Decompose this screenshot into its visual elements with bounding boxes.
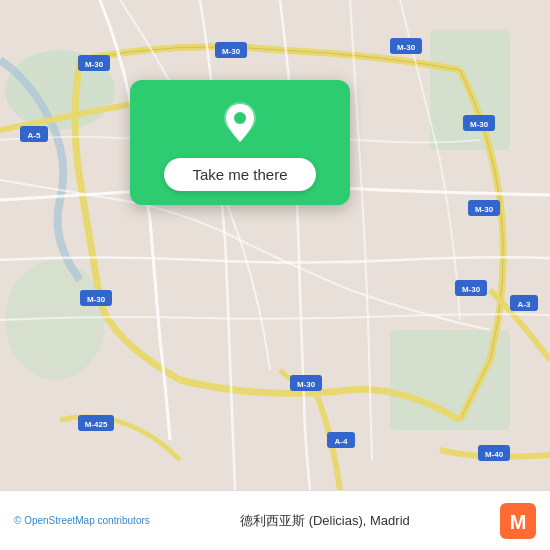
osm-credit-text: © OpenStreetMap contributors	[14, 515, 150, 526]
svg-text:M-30: M-30	[87, 295, 106, 304]
moovit-logo-icon: M	[500, 503, 536, 539]
map-container: M-30 M-30 M-30 M-30 M-30 M-30 M-30 M-30 …	[0, 0, 550, 490]
location-title: 德利西亚斯 (Delicias), Madrid	[240, 512, 410, 530]
svg-text:M-40: M-40	[485, 450, 504, 459]
svg-text:M-30: M-30	[85, 60, 104, 69]
svg-text:A-3: A-3	[518, 300, 531, 309]
svg-text:A-4: A-4	[335, 437, 348, 446]
location-pin-icon	[215, 98, 265, 148]
location-card: Take me there	[130, 80, 350, 205]
bottom-bar: © OpenStreetMap contributors 德利西亚斯 (Deli…	[0, 490, 550, 550]
svg-text:M-30: M-30	[222, 47, 241, 56]
svg-text:M-425: M-425	[85, 420, 108, 429]
svg-text:M-30: M-30	[397, 43, 416, 52]
osm-credit: © OpenStreetMap contributors	[14, 515, 150, 526]
svg-text:M-30: M-30	[475, 205, 494, 214]
svg-text:M-30: M-30	[470, 120, 489, 129]
svg-text:A-5: A-5	[28, 131, 41, 140]
take-me-there-button[interactable]: Take me there	[164, 158, 315, 191]
svg-text:M-30: M-30	[297, 380, 316, 389]
svg-point-32	[234, 112, 246, 124]
moovit-logo: M	[500, 503, 536, 539]
svg-text:M-30: M-30	[462, 285, 481, 294]
svg-text:M: M	[510, 511, 527, 533]
